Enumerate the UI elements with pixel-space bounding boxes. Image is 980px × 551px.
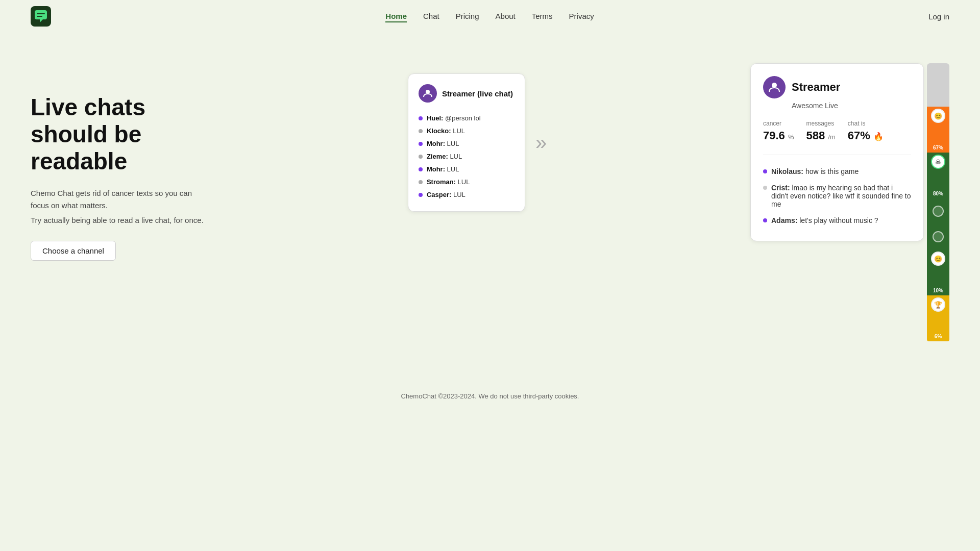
stats-avatar [763, 76, 786, 98]
choose-channel-button[interactable]: Choose a channel [31, 241, 116, 261]
sidebar-icon-3: 😊 [931, 252, 945, 266]
chat-avatar [419, 84, 437, 103]
sidebar-green-segment-2 [927, 198, 949, 224]
hero-subtitle2: Try actually being able to read a live c… [31, 216, 204, 224]
sidebar-green-segment-3 [927, 224, 949, 249]
sidebar-pct-3: 10% [933, 288, 943, 293]
stats-name: Streamer [792, 81, 840, 94]
chat-card-header: Streamer (live chat) [419, 84, 514, 103]
stats-chat-row: Adams: let's play without music ? [763, 212, 911, 229]
stats-chat-row: Crist: lmao is my hearing so bad that i … [763, 180, 911, 212]
sidebar-circle-icon-2 [933, 231, 944, 242]
sidebar-icon-1: 😊 [931, 109, 945, 123]
chat-message-row: Mohr: LUL [419, 137, 514, 150]
chat-message-row: Stroman: LUL [419, 176, 514, 188]
nav-pricing[interactable]: Pricing [456, 12, 479, 20]
main-content: Live chats should be readable Chemo Chat… [0, 33, 980, 362]
stats-header: Streamer [763, 76, 911, 98]
chat-dot [419, 116, 423, 120]
chat-dot [419, 142, 423, 146]
stats-divider [763, 155, 911, 155]
sidebar-visualization: 😊 67% ☠ 80% 😊 10% 🏆 [927, 63, 949, 341]
nav-about[interactable]: About [496, 12, 516, 20]
sidebar-pct-2: 80% [933, 191, 943, 196]
chat-card-title: Streamer (live chat) [442, 89, 513, 98]
metric-cancer: cancer 79.6 % [763, 120, 794, 142]
chat-message-row: Huel: @person lol [419, 112, 514, 124]
sidebar-orange-segment: 😊 67% [927, 107, 949, 153]
nav-terms[interactable]: Terms [532, 12, 553, 20]
chat-dot [419, 180, 423, 184]
stats-subtitle: Awesome Live [763, 102, 911, 110]
hero-section: Live chats should be readable Chemo Chat… [31, 63, 204, 261]
hero-title: Live chats should be readable [31, 94, 204, 175]
chat-message-row: Mohr: LUL [419, 163, 514, 176]
sidebar-circle-icon-1 [933, 206, 944, 217]
nav-home[interactable]: Home [385, 12, 407, 22]
chat-message-row: Klocko: LUL [419, 124, 514, 137]
sidebar-green-segment-4: 😊 10% [927, 249, 949, 295]
svg-point-3 [426, 90, 430, 94]
sidebar-icon-4: 🏆 [931, 297, 945, 312]
hero-subtitle1: Chemo Chat gets rid of cancer texts so y… [31, 187, 204, 212]
nav-privacy[interactable]: Privacy [569, 12, 594, 20]
logo[interactable] [31, 6, 51, 27]
stats-card: Streamer Awesome Live cancer 79.6 % mess… [750, 63, 924, 241]
chat-message-row: Zieme: LUL [419, 150, 514, 163]
forward-arrow-icon: » [535, 131, 547, 154]
right-section: Streamer Awesome Live cancer 79.6 % mess… [750, 63, 949, 341]
stats-chat-dot [763, 186, 767, 190]
sidebar-gray-top [927, 63, 949, 107]
sidebar-icon-2: ☠ [931, 155, 945, 169]
sidebar-yellow-segment: 🏆 6% [927, 295, 949, 341]
footer: ChemoChat ©2023-2024. We do not use thir… [0, 382, 980, 410]
footer-text: ChemoChat ©2023-2024. We do not use thir… [401, 392, 579, 400]
stats-chat-dot [763, 218, 767, 222]
sidebar-green-segment-1: ☠ 80% [927, 153, 949, 198]
chat-dot [419, 193, 423, 197]
nav-chat[interactable]: Chat [423, 12, 439, 20]
svg-point-4 [772, 83, 777, 88]
chat-dot [419, 167, 423, 171]
chat-dot [419, 129, 423, 133]
metric-messages: messages 588 /m [806, 120, 836, 142]
chat-message-row: Casper: LUL [419, 188, 514, 201]
center-section: Streamer (live chat) Huel: @person lol K… [408, 63, 547, 212]
chat-dot [419, 155, 423, 159]
stats-metrics: cancer 79.6 % messages 588 /m chat is 67… [763, 120, 911, 142]
stats-chat-dot [763, 169, 767, 173]
metric-chat-is: chat is 67% 🔥 [848, 120, 884, 142]
login-button[interactable]: Log in [928, 12, 949, 21]
navigation: Home Chat Pricing About Terms Privacy Lo… [0, 0, 980, 33]
stats-chat-row: Nikolaus: how is this game [763, 163, 911, 180]
chat-card: Streamer (live chat) Huel: @person lol K… [408, 73, 525, 212]
sidebar-pct-1: 67% [933, 145, 943, 151]
nav-links: Home Chat Pricing About Terms Privacy [385, 12, 594, 21]
sidebar-pct-4: 6% [935, 334, 942, 339]
